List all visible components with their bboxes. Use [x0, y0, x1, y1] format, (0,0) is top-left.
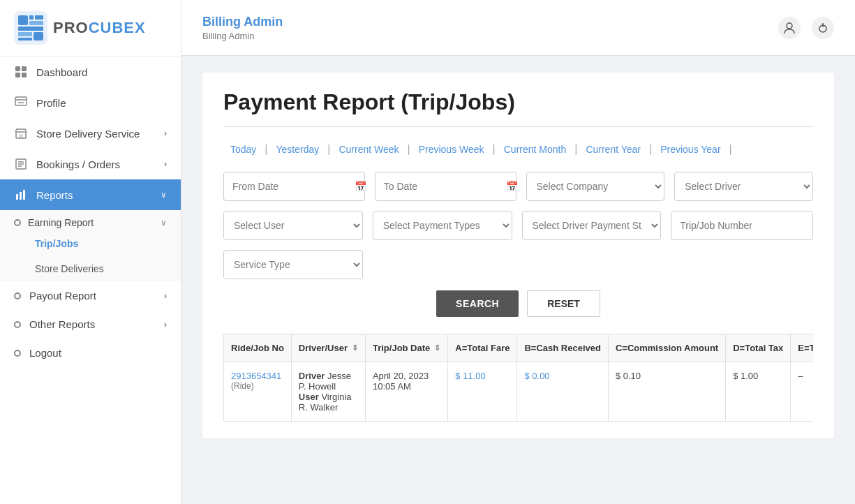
cash-received-link[interactable]: $ 0.00 — [524, 371, 549, 381]
reset-button[interactable]: RESET — [527, 290, 600, 317]
select-driver-payment-status[interactable]: Select Driver Payment St — [522, 211, 662, 240]
svg-rect-5 — [18, 27, 43, 31]
page-title: Payment Report (Trip/Jobs) — [223, 89, 813, 127]
col-ride-job-no: Ride/Job No — [224, 334, 292, 362]
filter-tab-previous-year[interactable]: Previous Year — [653, 141, 727, 158]
cell-ride-job-no: 2913654341 (Ride) — [224, 362, 292, 422]
select-company[interactable]: Select Company — [526, 172, 665, 201]
ride-job-no-link[interactable]: 2913654341 — [231, 371, 281, 381]
col-total-tax: D=Total Tax — [726, 334, 791, 362]
power-icon-button[interactable] — [812, 17, 834, 39]
earning-report-label: Earning Report — [28, 217, 94, 228]
calendar-icon-to: 📅 — [506, 181, 518, 192]
header: Billing Admin Billing Admin — [181, 0, 855, 56]
total-fare-link[interactable]: $ 11.00 — [455, 371, 485, 381]
sub-nav-store-deliveries[interactable]: Store Deliveries — [0, 256, 181, 281]
svg-rect-1 — [18, 15, 28, 25]
search-button[interactable]: SEARCH — [436, 290, 519, 317]
page-body: Payment Report (Trip/Jobs) Today | Yeste… — [181, 56, 855, 504]
sidebar-nav: Dashboard Profile Store Delivery Service… — [0, 57, 181, 504]
user-icon-button[interactable] — [778, 17, 801, 39]
filter-tab-current-week[interactable]: Current Week — [332, 141, 406, 158]
from-date-input[interactable] — [232, 181, 355, 192]
sub-nav-trip-jobs[interactable]: Trip/Jobs — [0, 231, 181, 256]
svg-point-25 — [787, 23, 792, 29]
filter-tabs: Today | Yesterday | Current Week | Previ… — [223, 141, 813, 158]
to-date-input[interactable] — [384, 181, 506, 192]
sub-nav-earning-report: Earning Report ∨ Trip/Jobs Store Deliver… — [0, 210, 181, 281]
logo: PROCUBEX — [0, 0, 181, 57]
user-icon — [783, 22, 796, 34]
filter-tab-previous-week[interactable]: Previous Week — [412, 141, 491, 158]
earning-report-parent[interactable]: Earning Report ∨ — [0, 210, 181, 231]
sidebar-item-payout-report[interactable]: Payout Report › — [0, 281, 181, 310]
driver-info: Driver Jesse P. Howell — [299, 371, 358, 392]
store-icon — [14, 126, 28, 140]
ride-type: (Ride) — [231, 381, 284, 391]
cell-trip-date: April 20, 2023 10:05 AM — [365, 362, 447, 422]
filter-tab-current-year[interactable]: Current Year — [579, 141, 648, 158]
cell-cash-received: $ 0.00 — [517, 362, 608, 422]
sidebar-item-dashboard-label: Dashboard — [36, 66, 87, 78]
sort-icon-driver-user: ⇕ — [352, 343, 358, 353]
reports-icon — [14, 188, 28, 202]
select-driver[interactable]: Select Driver — [674, 172, 813, 201]
col-commission: C=Commission Amount — [608, 334, 725, 362]
circle-icon-other — [14, 321, 21, 328]
col-trip-date[interactable]: Trip/Job Date ⇕ — [365, 334, 447, 362]
sidebar-item-logout[interactable]: Logout — [0, 339, 181, 367]
sort-icon-trip-date: ⇕ — [434, 343, 440, 353]
col-tip: E=Tip — [791, 334, 813, 362]
header-title: Billing Admin — [202, 15, 283, 29]
dashboard-icon — [14, 65, 28, 79]
filter-tab-yesterday[interactable]: Yesterday — [269, 141, 327, 158]
sidebar: PROCUBEX Dashboard Profile Store Deliver… — [0, 0, 181, 504]
sidebar-item-store-delivery[interactable]: Store Delivery Service › — [0, 118, 181, 149]
calendar-icon-from: 📅 — [355, 181, 366, 192]
from-date-wrapper[interactable]: 📅 — [223, 172, 365, 201]
user-info: User Virginia R. Walker — [299, 392, 358, 413]
svg-rect-9 — [15, 66, 20, 71]
profile-icon — [14, 96, 28, 110]
header-title-block: Billing Admin Billing Admin — [202, 15, 283, 41]
to-date-wrapper[interactable]: 📅 — [375, 172, 516, 201]
filter-row-1: 📅 📅 Select Company Select Driver — [223, 172, 813, 201]
svg-rect-22 — [16, 194, 18, 200]
chevron-right-icon: › — [164, 128, 167, 138]
sidebar-item-profile-label: Profile — [36, 97, 66, 109]
filter-row-3: Service Type — [223, 250, 813, 279]
filter-tab-current-month[interactable]: Current Month — [497, 141, 573, 158]
sidebar-item-other-reports[interactable]: Other Reports › — [0, 310, 181, 339]
chevron-down-icon: ∨ — [161, 190, 167, 200]
main-content: Billing Admin Billing Admin Payment Repo… — [181, 0, 855, 504]
svg-rect-8 — [18, 38, 32, 40]
svg-rect-17 — [19, 134, 23, 138]
select-payment-types[interactable]: Select Payment Types — [373, 211, 512, 240]
sidebar-item-dashboard[interactable]: Dashboard — [0, 57, 181, 87]
sidebar-item-other-label: Other Reports — [29, 318, 95, 330]
svg-rect-2 — [29, 15, 34, 20]
cell-tip: – — [791, 362, 813, 422]
trip-job-number-input[interactable] — [680, 220, 804, 231]
svg-rect-7 — [34, 32, 43, 40]
svg-rect-23 — [20, 192, 22, 200]
select-user[interactable]: Select User — [223, 211, 363, 240]
svg-rect-13 — [15, 97, 27, 105]
svg-rect-3 — [35, 15, 43, 20]
report-table: Ride/Job No Driver/User ⇕ Trip/Job — [223, 334, 813, 422]
trip-job-number-wrapper[interactable] — [671, 211, 813, 240]
select-service-type[interactable]: Service Type — [223, 250, 363, 279]
col-cash-received: B=Cash Received — [517, 334, 608, 362]
cell-commission: $ 0.10 — [608, 362, 725, 422]
filter-tab-today[interactable]: Today — [223, 141, 263, 158]
sidebar-item-reports[interactable]: Reports ∨ — [0, 179, 181, 210]
svg-rect-24 — [23, 190, 25, 200]
circle-icon-earning — [14, 219, 21, 226]
circle-icon-logout — [14, 350, 21, 357]
col-driver-user[interactable]: Driver/User ⇕ — [291, 334, 365, 362]
sidebar-item-bookings[interactable]: Bookings / Orders › — [0, 149, 181, 179]
header-actions — [778, 17, 834, 39]
sidebar-item-bookings-label: Bookings / Orders — [36, 158, 120, 170]
sidebar-item-profile[interactable]: Profile — [0, 87, 181, 118]
cell-total-fare: $ 11.00 — [448, 362, 517, 422]
